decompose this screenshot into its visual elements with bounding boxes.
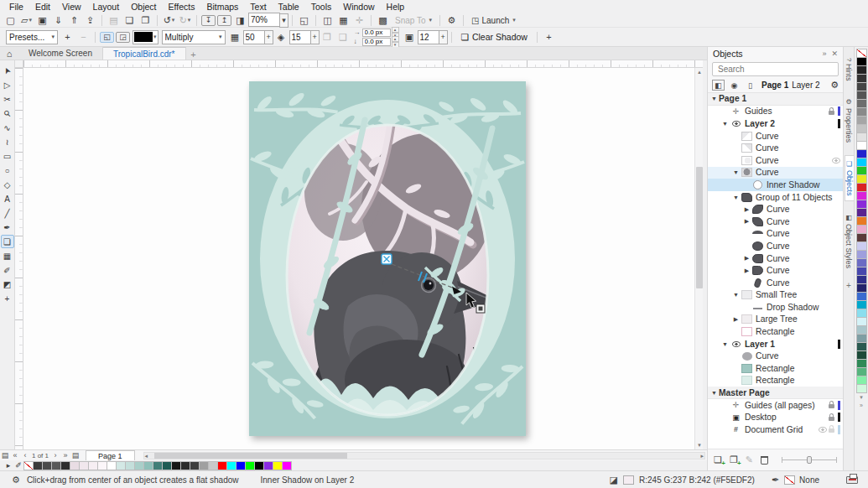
menu-window[interactable]: Window: [337, 0, 380, 13]
docker-tab-properties[interactable]: ⚙Properties: [845, 94, 853, 147]
docker-search[interactable]: [712, 62, 839, 76]
zoom-caret-icon[interactable]: ▾: [279, 13, 288, 28]
scroll-left-icon[interactable]: ◂: [145, 452, 148, 459]
scroll-up-icon[interactable]: ▲: [695, 68, 704, 76]
tree-row-curve[interactable]: Curve: [708, 142, 843, 154]
tool-ellipse[interactable]: ○: [1, 164, 14, 177]
docker-tab-object-styles[interactable]: ◧Object Styles: [845, 210, 853, 273]
slider-knob[interactable]: [807, 456, 812, 464]
drop-shadow-type-button[interactable]: ◲: [116, 32, 130, 43]
tree-row-curve[interactable]: Curve: [708, 228, 843, 241]
tree-row-curve[interactable]: ▶Curve: [708, 252, 843, 265]
palette-expand-icon[interactable]: »: [860, 402, 863, 409]
menu-object[interactable]: Object: [125, 0, 162, 13]
next-page-button[interactable]: ›: [50, 451, 60, 459]
vertical-ruler[interactable]: [15, 68, 23, 449]
add-docker-icon[interactable]: +: [846, 281, 851, 290]
show-grid-button[interactable]: ▦: [336, 14, 351, 27]
tree-row-curve[interactable]: Curve: [708, 130, 843, 143]
tool-crop[interactable]: ✂: [1, 92, 14, 106]
tool-zoom-tool[interactable]: ⚲: [1, 106, 14, 120]
docker-close-icon[interactable]: ✕: [831, 49, 838, 58]
launch-button[interactable]: ◳Launch▾: [467, 13, 520, 28]
expand-open-icon[interactable]: ▼: [720, 121, 730, 127]
shadow-color-picker[interactable]: ▾: [133, 30, 159, 44]
tree-row-guides-all-pages-[interactable]: ✛Guides (all pages): [708, 399, 843, 412]
tree-row-rectangle[interactable]: Rectangle: [708, 362, 843, 375]
step-repeat-button[interactable]: ❐: [138, 14, 153, 27]
clear-shadow-button[interactable]: ❏Clear Shadow: [455, 29, 533, 44]
vertical-scrollbar[interactable]: ▲ ▼: [694, 68, 703, 449]
open-document-button[interactable]: ▱▾: [19, 14, 34, 27]
menu-file[interactable]: File: [3, 0, 29, 13]
tree-row-curve[interactable]: ▶Curve: [708, 203, 843, 215]
expand-open-icon[interactable]: ▼: [720, 341, 730, 347]
lock-icon[interactable]: [829, 428, 834, 433]
search-input[interactable]: [716, 64, 834, 75]
menu-tools[interactable]: Tools: [305, 0, 338, 13]
feather-stepper[interactable]: +: [310, 30, 320, 44]
tool-artistic-media[interactable]: ≀: [1, 135, 14, 148]
merge_mode-dropdown[interactable]: Multiply▾: [162, 30, 226, 44]
add-custom-button[interactable]: +: [542, 31, 556, 44]
menu-text[interactable]: Text: [244, 0, 272, 13]
import-workspace-button[interactable]: ↧: [201, 15, 216, 26]
tree-row-rectangle[interactable]: Rectangle: [708, 325, 843, 338]
tree-row-layer-1[interactable]: ▼Layer 1: [708, 338, 843, 350]
scroll-down-icon[interactable]: ▼: [695, 441, 704, 449]
lock-icon[interactable]: [829, 404, 834, 408]
palette-eyedropper-icon[interactable]: ✐: [13, 461, 23, 470]
current-page-icon[interactable]: ▯: [744, 80, 756, 91]
expand-open-icon[interactable]: ▼: [731, 195, 741, 200]
tool-interactive-fill[interactable]: ◩: [1, 278, 14, 291]
scroll-right-icon[interactable]: ▸: [700, 452, 704, 459]
horizontal-scrollbar[interactable]: ◂ ▸: [143, 452, 705, 459]
pixel-preview-button[interactable]: ▩: [376, 14, 390, 27]
tree-row-document-grid[interactable]: #Document Grid: [708, 423, 843, 436]
shadow-offset-x-input[interactable]: [362, 29, 391, 37]
eye-icon[interactable]: [732, 341, 741, 347]
lock-icon[interactable]: [829, 417, 834, 421]
feather-input[interactable]: [289, 30, 311, 44]
menu-table[interactable]: Table: [273, 0, 305, 13]
menu-layout[interactable]: Layout: [87, 0, 126, 13]
show-rulers-button[interactable]: ◫: [320, 14, 335, 27]
tool-pen[interactable]: ✒: [1, 221, 14, 234]
tree-row-rectangle[interactable]: Rectangle: [708, 375, 843, 387]
tab-tropicalbird[interactable]: TropicalBird.cdr*: [103, 47, 186, 60]
delete-button[interactable]: [761, 456, 768, 465]
eye-icon[interactable]: [819, 427, 827, 433]
add-page-button[interactable]: ▤: [70, 451, 81, 459]
tree-row-curve[interactable]: ▼Curve: [708, 167, 843, 179]
tree-row-page-1[interactable]: ▼Page 1: [708, 93, 843, 106]
lock-icon[interactable]: [829, 111, 834, 115]
shadow-offset-y-input[interactable]: [362, 38, 391, 46]
tool-dimension[interactable]: ╱: [1, 206, 14, 220]
duplicate-button[interactable]: ❏: [122, 14, 137, 27]
copy-shadow-2-button[interactable]: ❑: [336, 31, 351, 44]
menu-help[interactable]: Help: [381, 0, 411, 13]
docker-options-gear-icon[interactable]: ⚙: [830, 80, 839, 91]
opacity-stepper[interactable]: +: [264, 30, 273, 44]
docker-tab-objects[interactable]: ❏Objects: [845, 155, 854, 201]
new-tab-icon[interactable]: +: [186, 49, 201, 60]
eye-icon[interactable]: [732, 121, 741, 127]
status-gear-icon[interactable]: ⚙: [12, 475, 20, 485]
copy-properties-button[interactable]: ▤: [107, 14, 121, 27]
tool-transparency[interactable]: ▦: [1, 249, 14, 262]
tree-row-curve[interactable]: ▶Curve: [708, 215, 843, 228]
expand-open-icon[interactable]: ▼: [709, 96, 719, 101]
snap-to-button[interactable]: Snap To▾: [391, 13, 436, 28]
new-document-button[interactable]: ▢: [3, 14, 18, 27]
presets-dropdown[interactable]: Presets...▾: [6, 30, 58, 44]
new-layer-button[interactable]: ❏+: [714, 454, 722, 465]
prev-page-button[interactable]: ‹: [20, 451, 30, 459]
page-list-button[interactable]: ▤: [0, 451, 10, 459]
menu-edit[interactable]: Edit: [29, 0, 56, 13]
new-master-layer-button[interactable]: ❐+: [730, 454, 738, 465]
save-button[interactable]: ▣: [35, 14, 49, 27]
horizontal-scroll-thumb[interactable]: [154, 453, 347, 459]
tool-freehand[interactable]: ∿: [1, 121, 14, 134]
tree-row-master-page[interactable]: ▼Master Page: [708, 387, 843, 399]
tree-row-curve[interactable]: Curve: [708, 240, 843, 252]
